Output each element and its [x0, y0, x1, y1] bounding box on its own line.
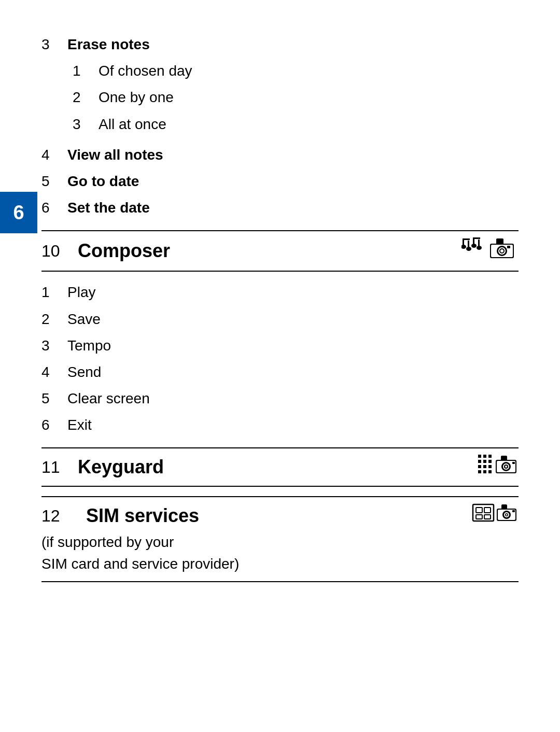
go-to-date-number: 5 [41, 171, 67, 191]
sim-section-title: SIM services [86, 505, 458, 527]
composer-items-section: 1 Play 2 Save 3 Tempo 4 Send 5 Clear scr… [41, 279, 519, 438]
one-by-one-number: 2 [73, 87, 99, 107]
svg-rect-26 [488, 465, 492, 468]
keyguard-icon [477, 454, 519, 481]
erase-notes-label: Erase notes [67, 34, 150, 54]
of-chosen-day-number: 1 [73, 61, 99, 81]
svg-rect-45 [501, 504, 507, 510]
composer-save-number: 2 [41, 309, 67, 329]
svg-rect-27 [478, 470, 481, 473]
svg-rect-28 [483, 470, 486, 473]
view-all-notes-number: 4 [41, 145, 67, 165]
composer-section-header: 10 Composer [41, 230, 519, 272]
erase-notes-section: 3 Erase notes 1 Of chosen day 2 One by o… [41, 31, 519, 137]
svg-point-4 [466, 247, 471, 251]
svg-rect-50 [512, 510, 515, 512]
svg-rect-18 [478, 455, 481, 458]
sim-icon-svg [472, 502, 519, 525]
erase-notes-number: 3 [41, 34, 67, 54]
svg-rect-20 [488, 455, 492, 458]
chapter-tab: 6 [0, 192, 37, 233]
svg-point-2 [461, 245, 466, 249]
composer-send-label: Send [67, 362, 101, 382]
sim-subtext: (if supported by your SIM card and servi… [41, 531, 519, 575]
composer-tempo-label: Tempo [67, 335, 111, 356]
composer-save-item: 2 Save [41, 306, 519, 332]
composer-exit-number: 6 [41, 415, 67, 435]
svg-rect-41 [476, 515, 482, 519]
composer-send-number: 4 [41, 362, 67, 382]
composer-save-label: Save [67, 309, 101, 329]
keyguard-icon-svg [477, 454, 519, 476]
composer-section-title: Composer [78, 240, 456, 262]
composer-exit-item: 6 Exit [41, 412, 519, 438]
one-by-one-item: 2 One by one [73, 84, 519, 110]
svg-rect-8 [478, 240, 480, 247]
svg-rect-3 [468, 241, 469, 248]
svg-rect-1 [463, 238, 470, 240]
of-chosen-day-label: Of chosen day [99, 61, 192, 81]
svg-rect-19 [483, 455, 486, 458]
set-the-date-number: 6 [41, 198, 67, 218]
of-chosen-day-item: 1 Of chosen day [73, 58, 519, 84]
composer-play-item: 1 Play [41, 279, 519, 305]
sim-section-content: 12 SIM services [41, 502, 519, 575]
keyguard-section-header: 11 Keyguard [41, 447, 519, 487]
composer-tempo-item: 3 Tempo [41, 332, 519, 359]
all-at-once-item: 3 All at once [73, 111, 519, 137]
chapter-number: 6 [13, 202, 24, 224]
svg-point-9 [477, 246, 482, 250]
go-to-date-item: 5 Go to date [41, 168, 519, 194]
svg-rect-32 [501, 456, 507, 461]
svg-rect-12 [496, 238, 503, 245]
composer-icon [461, 236, 519, 265]
sim-icon [472, 502, 519, 529]
sim-subtext-line2: SIM card and service provider) [41, 556, 239, 572]
composer-clear-screen-label: Clear screen [67, 388, 150, 409]
svg-rect-17 [507, 246, 510, 248]
composer-tempo-number: 3 [41, 335, 67, 356]
svg-point-16 [500, 249, 503, 252]
svg-rect-42 [484, 515, 491, 519]
svg-rect-24 [478, 465, 481, 468]
composer-icon-svg [461, 236, 519, 261]
svg-rect-21 [478, 460, 481, 463]
erase-notes-subitems: 1 Of chosen day 2 One by one 3 All at on… [73, 58, 519, 137]
composer-section-number: 10 [41, 242, 78, 261]
one-by-one-label: One by one [99, 87, 174, 107]
sim-subtext-line1: (if supported by your [41, 534, 174, 550]
set-the-date-item: 6 Set the date [41, 194, 519, 221]
svg-rect-40 [484, 508, 491, 513]
composer-exit-label: Exit [67, 415, 92, 435]
sim-section-number: 12 [41, 506, 78, 526]
composer-clear-screen-number: 5 [41, 388, 67, 409]
composer-clear-screen-item: 5 Clear screen [41, 385, 519, 412]
view-all-notes-item: 4 View all notes [41, 142, 519, 168]
svg-point-49 [506, 514, 508, 516]
all-at-once-label: All at once [99, 114, 166, 134]
svg-rect-23 [488, 460, 492, 463]
svg-rect-25 [483, 465, 486, 468]
keyguard-section-title: Keyguard [78, 456, 472, 478]
view-all-notes-label: View all notes [67, 145, 163, 165]
keyguard-section-number: 11 [41, 458, 78, 477]
svg-rect-29 [488, 470, 492, 473]
set-the-date-label: Set the date [67, 198, 150, 218]
composer-play-number: 1 [41, 282, 67, 302]
erase-notes-item: 3 Erase notes [41, 31, 519, 58]
composer-send-item: 4 Send [41, 359, 519, 385]
svg-rect-37 [512, 462, 515, 464]
all-at-once-number: 3 [73, 114, 99, 134]
sim-header-row: 12 SIM services [41, 502, 519, 529]
page-container: 6 3 Erase notes 1 Of chosen day 2 One by… [0, 0, 560, 613]
svg-rect-22 [483, 460, 486, 463]
sim-section-header: 12 SIM services [41, 496, 519, 582]
svg-point-7 [471, 244, 477, 248]
svg-point-36 [505, 466, 507, 468]
go-to-date-label: Go to date [67, 171, 139, 191]
svg-rect-39 [476, 508, 482, 513]
svg-rect-6 [473, 237, 480, 239]
composer-play-label: Play [67, 282, 95, 302]
